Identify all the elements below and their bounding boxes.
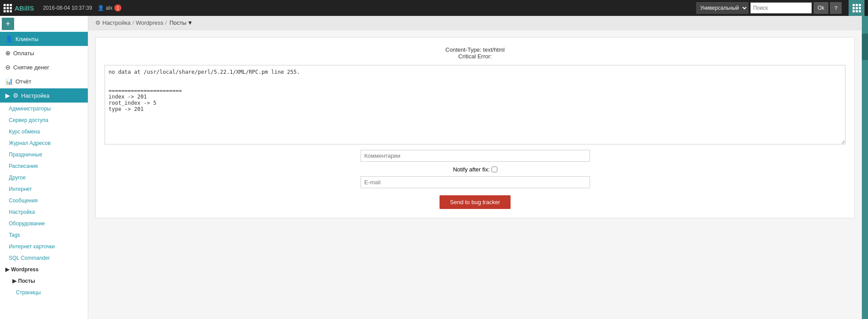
sidebar-sub-internet[interactable]: Интернет (0, 183, 88, 195)
datetime: 2016-08-04 10:37:39 (43, 5, 92, 11)
main-layout: + 👤 Клиенты ⊕ Оплаты ⊖ Снятие денег 📊 От… (0, 16, 868, 319)
user-badge: 1 (114, 4, 121, 11)
error-section: Content-Type: text/html Critical Error: (105, 46, 845, 60)
sidebar-sub-holidays[interactable]: Праздничные (0, 149, 88, 160)
sidebar-add-button[interactable]: + (2, 18, 14, 30)
sidebar-sub-equipment[interactable]: Оборудование (0, 218, 88, 229)
sidebar-sub-pages[interactable]: Страницы (0, 287, 88, 298)
search-area: Универсальный Ok ? (696, 2, 842, 14)
top-header: ABillS 2016-08-04 10:37:39 👤 alx 1 Униве… (0, 0, 868, 16)
search-input[interactable] (750, 2, 812, 14)
apps-grid-icon (853, 4, 861, 12)
notify-row: Notify after fix: (105, 166, 845, 173)
sidebar-item-payments[interactable]: ⊕ Оплаты (0, 46, 88, 60)
content-area: ⚙ Настройка / Wordpress / Посты ▼ Conten… (88, 16, 862, 319)
send-to-bug-tracker-button[interactable]: Send to bug tracker (440, 195, 511, 209)
settings-arrow-icon: ▶ (5, 92, 10, 99)
breadcrumb-part1[interactable]: Настройка (102, 19, 131, 26)
search-type-select[interactable]: Универсальный (696, 2, 748, 14)
content-type-label: Content-Type: text/html (105, 46, 845, 53)
sidebar-sub-nastroika[interactable]: Настройка (0, 206, 88, 218)
sidebar-wordpress-label: Wordpress (11, 266, 38, 273)
sidebar-item-clients[interactable]: 👤 Клиенты (0, 32, 88, 46)
sidebar-label-payments: Оплаты (13, 50, 34, 57)
breadcrumb-gear-icon: ⚙ (95, 19, 101, 26)
grid-icon (4, 4, 12, 12)
sidebar-sub-other[interactable]: Другое (0, 172, 88, 183)
sidebar-label-settings: Настройка (21, 92, 49, 99)
sidebar-sub-exchange[interactable]: Курс обмена (0, 126, 88, 137)
username[interactable]: alx (106, 5, 113, 11)
breadcrumb-sep1: / (132, 19, 134, 26)
comments-input[interactable] (361, 150, 590, 162)
logo-bills: BillS (19, 4, 34, 12)
reports-icon: 📊 (5, 78, 13, 85)
content-panel: Content-Type: text/html Critical Error: … (95, 37, 855, 218)
sidebar-label-reports: Отчёт (15, 78, 31, 85)
sidebar-posts-label: Посты (18, 278, 35, 284)
sidebar-sub-cards[interactable]: Интернет карточки (0, 241, 88, 252)
comments-row (105, 150, 845, 162)
sidebar-sub-journal[interactable]: Журнал Адресов (0, 137, 88, 149)
logo-text: ABillS (15, 4, 34, 12)
sidebar-item-withdraw[interactable]: ⊖ Снятие денег (0, 60, 88, 74)
settings-gear-icon: ⚙ (13, 92, 19, 99)
sidebar: + 👤 Клиенты ⊕ Оплаты ⊖ Снятие денег 📊 От… (0, 16, 88, 319)
sidebar-sub-administrators[interactable]: Администраторы (0, 103, 88, 114)
search-ok-button[interactable]: Ok (814, 2, 828, 14)
sidebar-group-posts[interactable]: ▶ Посты (0, 275, 88, 287)
posts-arrow-icon: ▶ (12, 278, 16, 284)
logo: ABillS (4, 4, 34, 12)
user-info: 👤 alx 1 (98, 4, 121, 11)
critical-error-label: Critical Error: (105, 53, 845, 60)
scroll-thumb[interactable] (862, 34, 868, 60)
sidebar-sub-server[interactable]: Сервер доступа (0, 114, 88, 126)
help-button[interactable]: ? (830, 2, 842, 14)
apps-button[interactable] (849, 0, 864, 16)
withdraw-icon: ⊖ (5, 64, 11, 71)
user-icon: 👤 (98, 5, 104, 11)
email-input[interactable] (361, 176, 590, 188)
breadcrumb: ⚙ Настройка / Wordpress / Посты ▼ (88, 16, 862, 30)
send-btn-row: Send to bug tracker (105, 195, 845, 209)
breadcrumb-sep2: / (165, 19, 167, 26)
notify-checkbox[interactable] (492, 167, 497, 172)
wordpress-arrow-icon: ▶ (5, 266, 9, 273)
payments-icon: ⊕ (5, 49, 11, 57)
breadcrumb-dropdown-arrow: ▼ (187, 19, 193, 26)
sidebar-group-wordpress[interactable]: ▶ Wordpress (0, 264, 88, 275)
email-row (105, 176, 845, 188)
clients-icon: 👤 (5, 35, 13, 42)
sidebar-label-clients: Клиенты (15, 36, 38, 42)
sidebar-item-reports[interactable]: 📊 Отчёт (0, 74, 88, 88)
notify-label: Notify after fix: (453, 166, 489, 173)
logo-a: A (15, 4, 19, 12)
sidebar-sub-messages[interactable]: Сообщения (0, 195, 88, 206)
sidebar-label-withdraw: Снятие денег (13, 64, 49, 71)
error-textarea[interactable]: no data at /usr/local/share/perl/5.22.1/… (105, 65, 845, 144)
breadcrumb-part3: Посты (169, 19, 186, 26)
sidebar-sub-sql[interactable]: SQL Commander (0, 252, 88, 264)
sidebar-item-settings[interactable]: ▶ ⚙ Настройка (0, 88, 88, 103)
breadcrumb-posts-dropdown[interactable]: Посты ▼ (169, 19, 194, 26)
right-accent-bar (862, 16, 868, 319)
breadcrumb-part2[interactable]: Wordpress (136, 19, 164, 26)
sidebar-sub-schedule[interactable]: Расписание (0, 160, 88, 172)
sidebar-sub-tags[interactable]: Tags (0, 229, 88, 241)
